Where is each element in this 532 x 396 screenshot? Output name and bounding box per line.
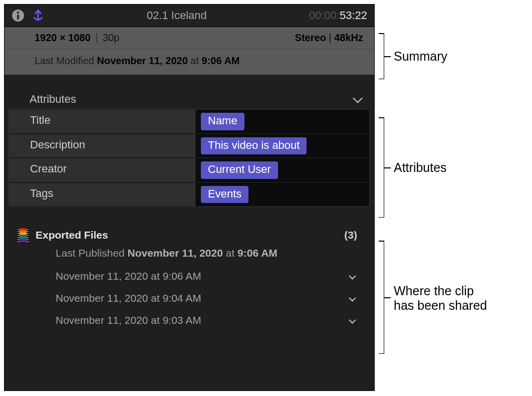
svg-rect-2 <box>17 15 19 20</box>
exported-files-header[interactable]: Exported Files (3) <box>18 228 361 242</box>
audio-format-text: Stereo | 48kHz <box>295 32 363 44</box>
annotation-leader <box>384 297 391 298</box>
resolution-text: 1920 × 1080 | 30p <box>35 32 119 44</box>
attribute-row: Creator Current User <box>9 158 370 182</box>
attribute-row: Tags Events <box>9 182 370 207</box>
chevron-down-icon <box>349 293 354 304</box>
svg-point-1 <box>17 12 19 14</box>
attribute-token[interactable]: Name <box>201 113 244 130</box>
share-inspector-panel: 02.1 Iceland 00:00:53:22 1920 × 1080 | 3… <box>4 4 375 391</box>
chevron-down-icon <box>353 93 360 106</box>
attribute-value-field[interactable]: This video is about <box>196 134 370 158</box>
share-anchor-icon[interactable] <box>32 9 45 22</box>
annotation-summary: Summary <box>394 49 447 64</box>
exported-files-section: Exported Files (3) Last Published Novemb… <box>5 207 374 331</box>
exported-file-item[interactable]: November 11, 2020 at 9:03 AM <box>18 309 361 331</box>
annotation-attributes: Attributes <box>394 160 447 175</box>
exported-files-count: (3) <box>344 229 357 241</box>
attribute-label: Description <box>9 134 196 158</box>
info-icon[interactable] <box>12 9 25 22</box>
timecode-display: 00:00:53:22 <box>309 9 367 22</box>
clip-title: 02.1 Iceland <box>52 9 302 22</box>
inspector-header: 02.1 Iceland 00:00:53:22 <box>5 5 374 27</box>
attribute-row: Description This video is about <box>9 134 370 158</box>
summary-card: 1920 × 1080 | 30p Stereo | 48kHz Last Mo… <box>5 27 374 75</box>
exported-file-item[interactable]: November 11, 2020 at 9:06 AM <box>18 265 361 287</box>
exported-files-list: November 11, 2020 at 9:06 AM November 11… <box>18 262 361 331</box>
attribute-value-field[interactable]: Name <box>196 109 370 134</box>
annotation-leader <box>384 167 391 168</box>
annotation-shared: Where the clip has been shared <box>394 284 487 313</box>
attribute-token[interactable]: Current User <box>201 161 278 179</box>
attribute-token[interactable]: This video is about <box>201 137 307 155</box>
annotation-leader <box>384 56 391 57</box>
attribute-row: Title Name <box>9 109 370 134</box>
attribute-token[interactable]: Events <box>201 186 248 204</box>
last-published-text: Last Published November 11, 2020 at 9:06… <box>18 242 361 262</box>
attributes-header[interactable]: Attributes <box>5 91 374 109</box>
attribute-label: Creator <box>9 158 196 182</box>
film-strip-icon <box>18 228 29 242</box>
exported-files-title: Exported Files <box>36 229 337 241</box>
last-modified-text: Last Modified November 11, 2020 at 9:06 … <box>5 49 374 75</box>
attributes-heading: Attributes <box>30 93 76 106</box>
chevron-down-icon <box>349 271 354 282</box>
attribute-label: Tags <box>9 182 196 207</box>
summary-format-row: 1920 × 1080 | 30p Stereo | 48kHz <box>5 27 374 49</box>
attributes-list: Title Name Description This video is abo… <box>9 109 370 207</box>
attribute-value-field[interactable]: Events <box>196 182 370 207</box>
attribute-value-field[interactable]: Current User <box>196 158 370 182</box>
chevron-down-icon <box>349 315 354 326</box>
attribute-label: Title <box>9 109 196 134</box>
exported-file-item[interactable]: November 11, 2020 at 9:04 AM <box>18 287 361 309</box>
